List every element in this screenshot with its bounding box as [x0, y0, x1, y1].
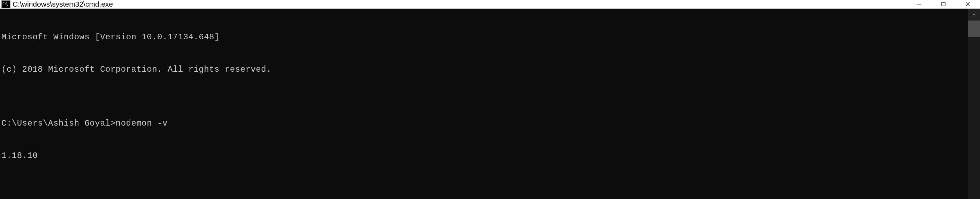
- scrollbar-thumb[interactable]: [968, 21, 980, 37]
- terminal-line: Microsoft Windows [Version 10.0.17134.64…: [2, 32, 968, 43]
- minimize-button[interactable]: [907, 0, 931, 8]
- window-title: C:\windows\system32\cmd.exe: [13, 0, 113, 8]
- window-titlebar: C:\_ C:\windows\system32\cmd.exe: [0, 0, 980, 9]
- vertical-scrollbar[interactable]: [968, 9, 980, 199]
- window-controls: [907, 0, 980, 8]
- cmd-icon-glyph: C:\_: [2, 2, 10, 6]
- terminal-line: (c) 2018 Microsoft Corporation. All righ…: [2, 64, 968, 75]
- close-button[interactable]: [956, 0, 980, 8]
- minimize-icon: [916, 2, 922, 7]
- close-icon: [965, 2, 970, 7]
- cmd-icon: C:\_: [2, 0, 10, 8]
- maximize-button[interactable]: [931, 0, 956, 8]
- scroll-up-button[interactable]: [968, 9, 980, 21]
- svg-rect-1: [942, 2, 945, 6]
- maximize-icon: [940, 2, 946, 7]
- terminal-line: C:\Users\Ashish Goyal>nodemon -v: [2, 118, 968, 129]
- chevron-up-icon: [972, 13, 976, 17]
- terminal-container: Microsoft Windows [Version 10.0.17134.64…: [0, 9, 980, 199]
- titlebar-left: C:\_ C:\windows\system32\cmd.exe: [0, 0, 113, 8]
- terminal-output[interactable]: Microsoft Windows [Version 10.0.17134.64…: [0, 9, 968, 199]
- terminal-line: 1.18.10: [2, 150, 968, 161]
